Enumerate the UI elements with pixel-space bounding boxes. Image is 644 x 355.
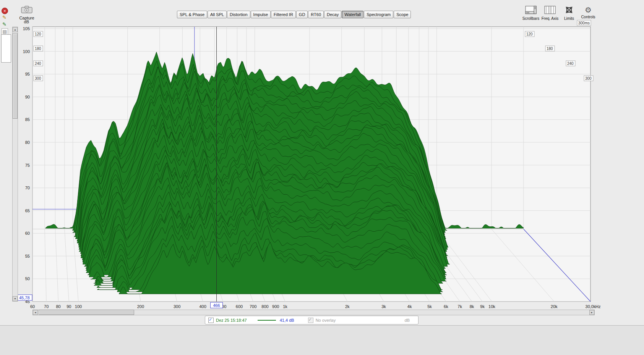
svg-text:7k: 7k bbox=[457, 304, 462, 309]
svg-text:105: 105 bbox=[23, 26, 30, 31]
scroll-right-button[interactable]: ► bbox=[589, 310, 594, 315]
svg-text:60: 60 bbox=[30, 304, 35, 309]
tab-spectrogram[interactable]: Spectrogram bbox=[364, 11, 393, 18]
svg-text:3k: 3k bbox=[381, 304, 386, 309]
svg-text:55: 55 bbox=[25, 254, 30, 258]
capture-button[interactable]: Capture bbox=[18, 5, 36, 20]
svg-text:30,0k: 30,0k bbox=[586, 304, 596, 309]
no-overlay-checkbox[interactable] bbox=[308, 318, 313, 323]
tab-impulse[interactable]: Impulse bbox=[251, 11, 271, 18]
limits-button[interactable]: Limits bbox=[560, 5, 578, 21]
vertical-scroll-thumb[interactable] bbox=[13, 33, 18, 119]
svg-text:80: 80 bbox=[25, 140, 30, 145]
svg-text:70: 70 bbox=[25, 186, 30, 190]
svg-text:90: 90 bbox=[67, 304, 71, 309]
svg-text:2k: 2k bbox=[345, 304, 350, 309]
horizontal-scrollbar[interactable]: ◄ ► bbox=[32, 310, 595, 315]
measurement-list-panel[interactable] bbox=[1, 34, 11, 63]
svg-text:65: 65 bbox=[25, 208, 30, 213]
svg-text:1k: 1k bbox=[283, 304, 287, 309]
right-toolbar: ScrollbarsFreq. AxisLimits⚙Controls bbox=[522, 5, 597, 21]
svg-text:60: 60 bbox=[25, 231, 30, 236]
svg-text:300: 300 bbox=[35, 76, 41, 81]
tab-distortion[interactable]: Distortion bbox=[227, 11, 250, 18]
svg-text:120: 120 bbox=[35, 32, 41, 36]
level-value: 41,4 dB bbox=[280, 318, 294, 323]
graph-tabs: SPL & PhaseAll SPLDistortionImpulseFilte… bbox=[177, 11, 411, 18]
svg-text:6k: 6k bbox=[444, 304, 448, 309]
svg-text:75: 75 bbox=[25, 163, 30, 168]
measurement-line-swatch bbox=[258, 320, 276, 321]
freq-axis-button[interactable]: Freq. Axis bbox=[541, 5, 559, 21]
legend-unit-label: dB bbox=[405, 318, 410, 323]
toolbar-label: Limits bbox=[560, 16, 578, 21]
horizontal-scroll-thumb[interactable] bbox=[39, 310, 134, 315]
toolbar-label: Scrollbars bbox=[522, 16, 540, 21]
edit-pencil-icon[interactable]: ✎ bbox=[2, 15, 7, 20]
tab-scope[interactable]: Scope bbox=[394, 11, 411, 18]
svg-text:300: 300 bbox=[585, 76, 592, 81]
svg-text:8k: 8k bbox=[470, 304, 474, 309]
svg-text:100: 100 bbox=[75, 304, 82, 309]
svg-text:300ms: 300ms bbox=[578, 21, 590, 25]
svg-text:50: 50 bbox=[25, 276, 30, 281]
svg-text:100: 100 bbox=[23, 49, 30, 54]
no-overlay-label: No overlay bbox=[316, 318, 336, 323]
scroll-down-button[interactable]: ▼ bbox=[13, 296, 18, 301]
svg-text:9k: 9k bbox=[480, 304, 485, 309]
svg-text:45,78: 45,78 bbox=[19, 295, 30, 300]
svg-text:20k: 20k bbox=[551, 304, 558, 309]
waterfall-plot[interactable]: 1051009590858075706560555045dB6070809010… bbox=[0, 0, 644, 355]
tab-gd[interactable]: GD bbox=[296, 11, 308, 18]
camera-icon bbox=[21, 8, 33, 15]
tab-waterfall[interactable]: Waterfall bbox=[342, 11, 363, 18]
check-pencil-icon[interactable]: ✎ bbox=[2, 21, 7, 27]
svg-text:180: 180 bbox=[547, 47, 553, 51]
toolbar-label: Freq. Axis bbox=[541, 16, 559, 21]
svg-text:600: 600 bbox=[236, 304, 243, 309]
freq-axis-icon bbox=[544, 5, 556, 15]
svg-text:70: 70 bbox=[44, 304, 49, 309]
bottom-panel bbox=[0, 325, 644, 355]
close-red-icon[interactable]: ✕ bbox=[2, 8, 8, 14]
svg-text:800: 800 bbox=[261, 304, 268, 309]
controls-icon: ⚙ bbox=[585, 5, 592, 15]
svg-text:180: 180 bbox=[35, 47, 41, 51]
svg-text:Hz: Hz bbox=[595, 304, 600, 309]
scroll-up-button[interactable]: ▲ bbox=[13, 27, 18, 32]
svg-text:120: 120 bbox=[526, 32, 533, 36]
svg-text:10k: 10k bbox=[488, 304, 495, 309]
tab-all-spl[interactable]: All SPL bbox=[208, 11, 227, 18]
svg-text:400: 400 bbox=[200, 304, 206, 309]
notes-list-icon[interactable]: ▤ bbox=[2, 28, 8, 35]
svg-text:5k: 5k bbox=[427, 304, 432, 309]
capture-label: Capture bbox=[18, 16, 36, 20]
svg-text:240: 240 bbox=[35, 61, 41, 66]
scroll-left-button[interactable]: ◄ bbox=[33, 310, 38, 315]
left-toolbar: ✕ ✎ ✎ ▤ bbox=[0, 0, 11, 313]
limits-icon bbox=[564, 5, 574, 15]
scrollbars-button[interactable]: Scrollbars bbox=[522, 5, 540, 21]
tab-decay[interactable]: Decay bbox=[324, 11, 341, 18]
svg-text:80: 80 bbox=[56, 304, 60, 309]
measurement-checkbox[interactable] bbox=[208, 318, 214, 323]
toolbar-label: Controls bbox=[579, 15, 597, 19]
measurement-label: Dez 25 15:18:47 bbox=[216, 318, 247, 323]
svg-text:700: 700 bbox=[250, 304, 256, 309]
legend-bar: Dez 25 15:18:47 41,4 dB No overlay dB bbox=[205, 316, 419, 324]
scrollbars-icon bbox=[525, 5, 537, 15]
svg-text:95: 95 bbox=[25, 72, 30, 76]
svg-text:200: 200 bbox=[137, 304, 144, 309]
tab-spl-phase[interactable]: SPL & Phase bbox=[177, 11, 207, 18]
tab-filtered-ir[interactable]: Filtered IR bbox=[271, 11, 296, 18]
controls-button[interactable]: ⚙Controls bbox=[579, 5, 597, 21]
svg-text:90: 90 bbox=[25, 95, 30, 99]
tab-rt60[interactable]: RT60 bbox=[308, 11, 324, 18]
svg-text:300: 300 bbox=[174, 304, 180, 309]
svg-text:4k: 4k bbox=[407, 304, 412, 309]
svg-text:240: 240 bbox=[567, 61, 574, 66]
svg-text:900: 900 bbox=[272, 304, 279, 309]
vertical-scrollbar[interactable]: ▲ ▼ bbox=[12, 27, 18, 302]
svg-text:466: 466 bbox=[213, 303, 220, 308]
svg-text:85: 85 bbox=[25, 117, 30, 122]
